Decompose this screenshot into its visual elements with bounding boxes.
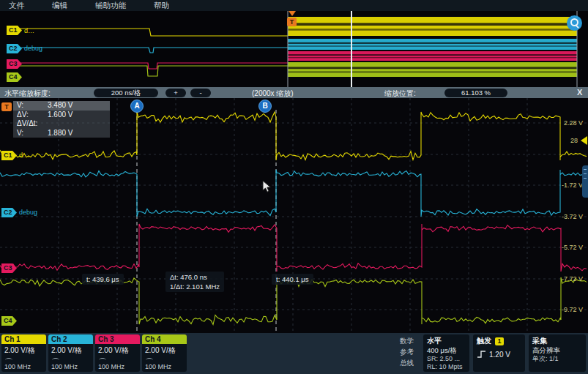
reference-button[interactable]: 参考 <box>400 348 414 357</box>
delta-t-value: Δt: 476.0 ns <box>170 272 220 282</box>
overview-band-c1 <box>288 17 577 36</box>
ch4-settings-badge[interactable]: Ch 4 2.00 V/格 100 MHz <box>142 334 187 372</box>
horizontal-zoom-bar: 水平缩放标度: 200 ns/格 + - (2000x 缩放) 缩放位置: 61… <box>0 87 588 98</box>
math-button[interactable]: 数学 <box>400 337 414 346</box>
voltage-scale-label: -5.72 V <box>562 244 583 251</box>
measurement-row: V:3.480 V <box>13 101 110 111</box>
ch2-bandwidth: 100 MHz <box>48 363 93 370</box>
ch2-settings-badge[interactable]: Ch 2 2.00 V/格 100 MHz <box>48 334 93 372</box>
horizontal-settings-badge[interactable]: 水平 400 μs/格 SR: 2.50 ... RL: 10 Mpts <box>423 334 469 372</box>
zoom-close-button[interactable]: X <box>577 88 582 97</box>
measurement-row: V:1.880 V <box>13 129 110 138</box>
ch3-bandwidth: 100 MHz <box>95 363 140 370</box>
trigger-level: 1.20 V <box>489 351 510 359</box>
meas-label: ΔV/Δt: <box>17 119 48 129</box>
overview-ch2-label: debug <box>24 45 42 52</box>
bus-button[interactable]: 总线 <box>400 359 414 368</box>
ch4-scale: 2.00 V/格 <box>142 344 187 356</box>
horizontal-scale: 400 μs/格 <box>427 346 466 355</box>
overview-band-c3 <box>288 51 577 61</box>
meas-value: 1.600 V <box>48 111 72 120</box>
overview-trace-c1 <box>10 29 288 36</box>
zoom-position-value[interactable]: 61.103 % <box>444 89 507 97</box>
meas-label: V: <box>17 129 48 138</box>
zoom-position-label: 缩放位置: <box>384 89 416 99</box>
overview-ch1-label: d… <box>24 27 34 34</box>
voltage-scale-label: 2.28 V <box>564 119 583 127</box>
overview-trace-c2 <box>10 48 288 53</box>
trigger-title: 触发 <box>477 336 491 346</box>
ch3-settings-badge[interactable]: Ch 3 2.00 V/格 100 MHz <box>95 334 140 372</box>
measurement-row: ΔV:1.600 V <box>13 111 110 120</box>
edge-trigger-icon <box>477 350 486 359</box>
trigger-position-marker-icon[interactable] <box>289 11 296 16</box>
overview-trace-c4 <box>10 66 288 76</box>
zoom-scale-value[interactable]: 200 ns/格 <box>94 89 158 97</box>
menu-help[interactable]: 帮助 <box>151 1 172 11</box>
ch1-settings-badge[interactable]: Ch 1 2.00 V/格 100 MHz <box>1 334 46 372</box>
bandwidth-icon <box>99 358 106 362</box>
ch4-header: Ch 4 <box>142 334 187 344</box>
meas-label: V: <box>17 101 48 111</box>
cursor-delta-readout: Δt: 476.0 ns 1/Δt: 2.101 MHz <box>165 272 224 292</box>
voltage-scale-label: -1.72 V <box>562 182 583 189</box>
menu-file[interactable]: 文件 <box>6 1 27 11</box>
zoomed-waveform-view: T V:3.480 V ΔV:1.600 V ΔV/Δt: V:1.880 V … <box>0 98 588 333</box>
measurement-row: ΔV/Δt: <box>13 119 110 129</box>
zoom-scale-label: 水平缩放标度: <box>4 89 51 99</box>
ch1-header: Ch 1 <box>1 334 46 344</box>
meas-label: ΔV: <box>17 111 48 120</box>
ch3-scale: 2.00 V/格 <box>95 344 140 356</box>
cursor-b-time-readout: t: 440.1 μs <box>272 274 313 285</box>
trigger-tag[interactable]: T <box>287 18 297 26</box>
sample-rate: SR: 2.50 ... <box>427 355 466 364</box>
meas-value: 3.480 V <box>48 101 72 111</box>
ch1-bandwidth: 100 MHz <box>1 363 46 370</box>
zoom-in-button[interactable]: + <box>165 89 186 97</box>
acquisition-title: 采集 <box>532 336 582 346</box>
menu-bar: 文件 编辑 辅助功能 帮助 <box>0 0 588 11</box>
bandwidth-icon <box>52 358 59 362</box>
oscilloscope-app: { "colors": { "ch1": "#e5d900", "ch2": "… <box>0 0 588 374</box>
zoom-out-button[interactable]: - <box>190 89 211 97</box>
ch3-header: Ch 3 <box>95 334 140 344</box>
mouse-pointer-icon <box>262 180 272 193</box>
ch1-scale: 2.00 V/格 <box>1 344 46 356</box>
voltage-scale-label: -9.72 V <box>562 306 583 313</box>
zoom-tool-icon[interactable] <box>567 15 582 31</box>
horizontal-title: 水平 <box>427 336 466 346</box>
ch2-scale: 2.00 V/格 <box>48 344 93 356</box>
magnifier-handle-icon <box>575 24 579 29</box>
overview-band-c4 <box>288 62 577 77</box>
trigger-settings-badge[interactable]: 触发 1 1.20 V <box>473 334 525 372</box>
bandwidth-icon <box>5 358 12 362</box>
cursor-b-handle[interactable]: B <box>258 100 272 113</box>
side-panel-handle[interactable] <box>582 165 588 198</box>
voltage-scale-label: -3.72 V <box>562 213 583 220</box>
cursor-a-handle[interactable]: A <box>130 100 144 113</box>
main-ch2-label: debug <box>19 209 37 216</box>
menu-edit[interactable]: 编辑 <box>49 1 70 11</box>
record-length: RL: 10 Mpts <box>427 363 466 372</box>
voltage-scale-label: -7.72 V <box>562 275 583 283</box>
bottom-status-bar: Ch 1 2.00 V/格 100 MHz Ch 2 2.00 V/格 100 … <box>0 333 588 374</box>
trigger-level-arrow-icon[interactable] <box>581 136 587 145</box>
acquisition-settings-badge[interactable]: 采集 高分辨率 单次: 1/1 <box>529 334 586 372</box>
acquisition-count: 单次: 1/1 <box>532 355 582 364</box>
menu-utility[interactable]: 辅助功能 <box>92 1 129 11</box>
main-ch1-label: d… <box>19 152 29 159</box>
cursor-a-time-readout: t: 439.6 μs <box>82 274 124 285</box>
waveform-overview: T C1 d… C2 debug C3 C4 <box>0 11 588 87</box>
acquisition-mode: 高分辨率 <box>532 346 582 355</box>
ch4-bandwidth: 100 MHz <box>142 363 187 370</box>
ch2-header: Ch 2 <box>48 334 93 344</box>
trigger-level-label: 28 <box>570 137 578 144</box>
bandwidth-icon <box>146 358 153 362</box>
cursor-measurement-overlay: V:3.480 V ΔV:1.600 V ΔV/Δt: V:1.880 V <box>13 101 110 138</box>
zoom-factor-note: (2000x 缩放) <box>252 89 294 99</box>
meas-value: 1.880 V <box>48 129 72 138</box>
inverse-delta-t-value: 1/Δt: 2.101 MHz <box>170 282 220 291</box>
overview-band-c2 <box>288 39 577 50</box>
trigger-source-badge: 1 <box>495 337 504 345</box>
trigger-tag[interactable]: T <box>1 102 12 111</box>
